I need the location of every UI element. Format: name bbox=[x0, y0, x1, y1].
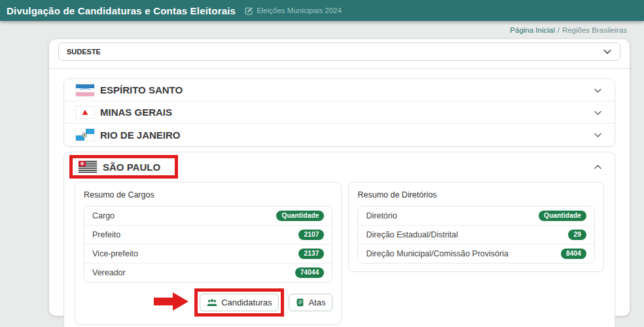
breadcrumb-home-link[interactable]: Página Inicial bbox=[510, 26, 554, 34]
count-badge: 29 bbox=[568, 230, 586, 240]
accordion-item-minas-gerais[interactable]: MINAS GERAIS bbox=[64, 101, 615, 124]
app-title: Divulgação de Candidaturas e Contas Elei… bbox=[7, 5, 236, 16]
top-navbar: Divulgação de Candidaturas e Contas Elei… bbox=[0, 0, 644, 21]
table-row-vereador: Vereador 74044 bbox=[84, 264, 332, 282]
quantidade-badge: Quantidade bbox=[276, 211, 324, 221]
breadcrumb: Página Inicial / Regiões Brasileiras bbox=[0, 21, 644, 39]
chevron-down-icon bbox=[594, 130, 603, 139]
annotation-box-sao-paulo: SÃO PAULO bbox=[69, 155, 178, 179]
main-content-card: SUDESTE ESPÍRITO SANTO M bbox=[49, 39, 630, 316]
election-badge-label: Eleições Municipais 2024 bbox=[257, 7, 342, 14]
row-label: Prefeito bbox=[92, 230, 120, 239]
state-name: SÃO PAULO bbox=[103, 162, 160, 173]
region-select-value: SUDESTE bbox=[67, 48, 101, 56]
accordion-item-espirito-santo[interactable]: ESPÍRITO SANTO bbox=[64, 79, 615, 101]
resumo-cargos-card: Resumo de Cargos Cargo Quantidade Prefei… bbox=[75, 182, 342, 325]
pencil-square-icon bbox=[245, 7, 253, 15]
quantidade-badge: Quantidade bbox=[539, 211, 586, 221]
cargos-list: Cargo Quantidade Prefeito 2107 Vice-pref… bbox=[84, 206, 332, 283]
state-name: MINAS GERAIS bbox=[100, 107, 172, 118]
table-row-direcao-municipal: Direção Municipal/Comissão Provisória 84… bbox=[358, 245, 594, 263]
candidaturas-button[interactable]: Candidaturas bbox=[200, 294, 279, 311]
resumo-cargos-title: Resumo de Cargos bbox=[84, 190, 332, 199]
cargos-header-row: Cargo Quantidade bbox=[84, 207, 332, 226]
diretorios-list: Diretório Quantidade Direção Estadual/Di… bbox=[357, 206, 595, 264]
flag-sao-paulo-icon bbox=[79, 161, 97, 173]
count-badge: 2137 bbox=[298, 249, 324, 259]
sao-paulo-header[interactable]: SÃO PAULO bbox=[64, 152, 615, 180]
state-name: ESPÍRITO SANTO bbox=[100, 84, 183, 95]
chevron-up-icon bbox=[594, 162, 603, 171]
row-label: Vice-prefeito bbox=[92, 249, 138, 258]
diretorios-header-label: Diretório bbox=[366, 211, 397, 220]
collapsed-states-card: ESPÍRITO SANTO MINAS GERAIS bbox=[63, 78, 615, 146]
table-row-direcao-estadual: Direção Estadual/Distrital 29 bbox=[358, 226, 594, 245]
breadcrumb-separator: / bbox=[558, 26, 560, 34]
people-icon bbox=[207, 299, 217, 307]
count-badge: 74044 bbox=[295, 267, 325, 278]
resumo-diretorios-card: Resumo de Diretórios Diretório Quantidad… bbox=[348, 182, 604, 272]
breadcrumb-current: Regiões Brasileiras bbox=[562, 26, 627, 34]
resumo-diretorios-title: Resumo de Diretórios bbox=[357, 190, 595, 199]
diretorios-header-row: Diretório Quantidade bbox=[358, 207, 594, 226]
state-name: RIO DE JANEIRO bbox=[100, 129, 181, 141]
sao-paulo-panel-body: Resumo de Cargos Cargo Quantidade Prefei… bbox=[64, 180, 615, 325]
cargos-header-label: Cargo bbox=[92, 211, 115, 220]
flag-rio-de-janeiro-icon bbox=[76, 129, 94, 141]
candidaturas-button-label: Candidaturas bbox=[221, 298, 272, 307]
election-badge: Eleições Municipais 2024 bbox=[245, 7, 342, 15]
row-label: Direção Estadual/Distrital bbox=[366, 230, 457, 239]
chevron-down-icon bbox=[594, 86, 603, 95]
flag-espirito-santo-icon bbox=[76, 84, 94, 96]
table-row-vice-prefeito: Vice-prefeito 2137 bbox=[84, 245, 332, 264]
table-row-prefeito: Prefeito 2107 bbox=[84, 226, 332, 245]
journal-icon bbox=[296, 298, 304, 307]
states-accordion: ESPÍRITO SANTO MINAS GERAIS bbox=[49, 69, 630, 327]
chevron-down-icon bbox=[603, 47, 612, 56]
count-badge: 2107 bbox=[298, 230, 324, 240]
row-label: Direção Municipal/Comissão Provisória bbox=[366, 249, 508, 258]
accordion-item-sao-paulo-expanded: SÃO PAULO Resumo de Cargos Cargo Quantid… bbox=[63, 152, 615, 327]
annotation-box-candidaturas: Candidaturas bbox=[194, 288, 284, 317]
accordion-item-rio-de-janeiro[interactable]: RIO DE JANEIRO bbox=[64, 124, 615, 146]
count-badge: 8404 bbox=[561, 249, 586, 259]
region-select[interactable]: SUDESTE bbox=[58, 43, 620, 61]
cargos-buttons-row: Candidaturas bbox=[84, 288, 332, 317]
flag-minas-gerais-icon bbox=[76, 107, 94, 118]
atas-button-label: Atas bbox=[308, 298, 325, 307]
annotation-arrow-icon bbox=[154, 292, 189, 314]
row-label: Vereador bbox=[92, 268, 126, 277]
chevron-down-icon bbox=[594, 108, 603, 117]
atas-button[interactable]: Atas bbox=[289, 294, 332, 311]
